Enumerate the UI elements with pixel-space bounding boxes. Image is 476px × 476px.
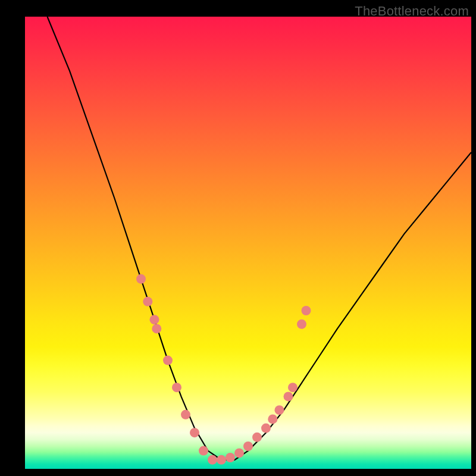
curve-marker <box>163 356 173 365</box>
curve-marker <box>288 383 298 392</box>
curve-marker <box>143 297 152 306</box>
curve-marker <box>268 414 277 424</box>
curve-marker <box>297 320 306 329</box>
curve-marker <box>190 428 199 437</box>
curve-marker <box>284 392 293 401</box>
curve-marker <box>152 324 161 333</box>
curve-marker <box>150 315 159 324</box>
curve-marker <box>275 405 284 415</box>
curve-marker <box>208 455 217 465</box>
curve-marker <box>181 410 190 419</box>
plot-area <box>25 17 471 469</box>
curve-marker <box>217 455 226 465</box>
marker-layer <box>136 274 311 465</box>
curve-marker <box>243 441 253 451</box>
curve-marker <box>226 453 235 462</box>
curve-marker <box>261 424 271 433</box>
curve-marker <box>234 448 244 458</box>
curve-marker <box>136 274 146 284</box>
curve-marker <box>302 306 311 315</box>
curve-marker <box>252 433 262 442</box>
curve-layer <box>48 17 472 460</box>
curve-marker <box>199 446 208 456</box>
bottleneck-curve <box>48 17 472 460</box>
watermark-text: TheBottleneck.com <box>355 4 469 19</box>
curve-marker <box>172 383 181 392</box>
chart-svg <box>25 17 471 469</box>
